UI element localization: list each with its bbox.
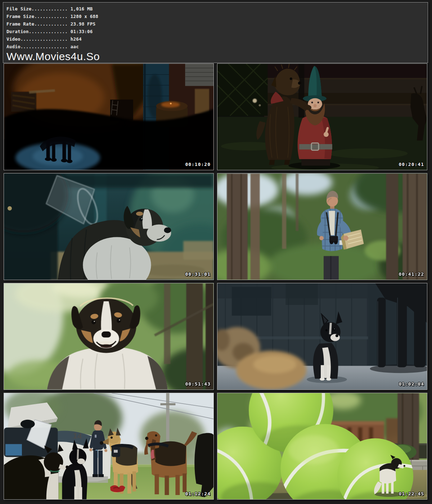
info-label: Video — [6, 36, 21, 42]
info-dots: ............. — [32, 6, 68, 12]
info-label: Duration — [6, 29, 29, 34]
info-value: 23.98 FPS — [68, 21, 95, 27]
porch-post — [298, 64, 304, 117]
screenshot-1: 00:10:20 — [4, 63, 214, 170]
scene-forest-man-art — [217, 174, 427, 280]
screenshot-5: 00:51:43 — [4, 283, 214, 390]
timestamp-overlay: 00:31:01 — [185, 272, 211, 277]
screenshot-8: 01:22:45 — [217, 393, 427, 500]
info-value: 01:33:06 — [68, 29, 93, 34]
scene-k9-van-art: 14 — [4, 393, 213, 499]
screenshot-grid: 00:10:20 — [4, 63, 427, 500]
scene-tennis-balls-art — [217, 393, 427, 499]
media-info-row-framerate: Frame Rate............23.98 FPS — [6, 20, 424, 28]
media-info-row-audio: Audio.................aac — [6, 43, 424, 50]
timestamp-overlay: 01:12:24 — [185, 491, 211, 496]
media-info-row-filesize: File Size.............1,016 MB — [6, 5, 424, 13]
blue-tint — [4, 174, 213, 280]
info-label: File Size — [6, 6, 32, 12]
garden-trellis — [217, 64, 268, 116]
timestamp-overlay: 01:02:04 — [399, 382, 424, 387]
screenshot-7: 14 — [4, 393, 214, 500]
info-dots: ............ — [34, 21, 68, 27]
screenshot-3: 00:31:01 — [4, 173, 214, 280]
timestamp-overlay: 01:22:45 — [399, 491, 424, 496]
info-dots: ................. — [21, 36, 68, 42]
screenshot-4: 00:41:22 — [217, 173, 427, 280]
media-info-row-framesize: Frame Size............1280 x 688 — [6, 13, 424, 20]
page: { "media_info": { "rows": [ {"label": "F… — [0, 0, 432, 504]
info-dots: ................. — [21, 44, 68, 49]
info-dots: .............. — [29, 29, 68, 34]
info-value: 1280 x 688 — [68, 14, 98, 19]
media-info-row-video: Video.................h264 — [6, 35, 424, 43]
screenshot-6: 01:02:04 — [217, 283, 427, 390]
media-info-row-duration: Duration..............01:33:06 — [6, 28, 424, 35]
info-label: Frame Size — [6, 14, 34, 19]
info-dots: ............ — [34, 14, 68, 19]
timestamp-overlay: 00:10:20 — [185, 162, 211, 167]
scene-boston-terrier-art — [217, 283, 427, 390]
site-watermark: Www.Movies4u.So — [6, 51, 424, 62]
scene-garden-gnome-art — [217, 64, 427, 170]
timestamp-overlay: 00:41:22 — [399, 272, 424, 277]
scene-dark-alley-art — [4, 64, 213, 170]
red-toy — [110, 485, 125, 492]
info-value: 1,016 MB — [68, 6, 93, 12]
timestamp-overlay: 00:51:43 — [185, 382, 211, 387]
scene-barn-cone-art — [4, 174, 213, 280]
scene-smiling-dog-art — [4, 283, 213, 390]
media-info-panel: File Size.............1,016 MB Frame Siz… — [3, 2, 428, 63]
info-label: Audio — [6, 44, 21, 49]
screenshot-2: 00:20:41 — [217, 63, 427, 170]
van-number: 14 — [73, 431, 82, 441]
info-label: Frame Rate — [6, 21, 34, 27]
info-value: h264 — [68, 36, 82, 42]
info-value: aac — [68, 44, 79, 49]
timestamp-overlay: 00:20:41 — [399, 162, 424, 167]
